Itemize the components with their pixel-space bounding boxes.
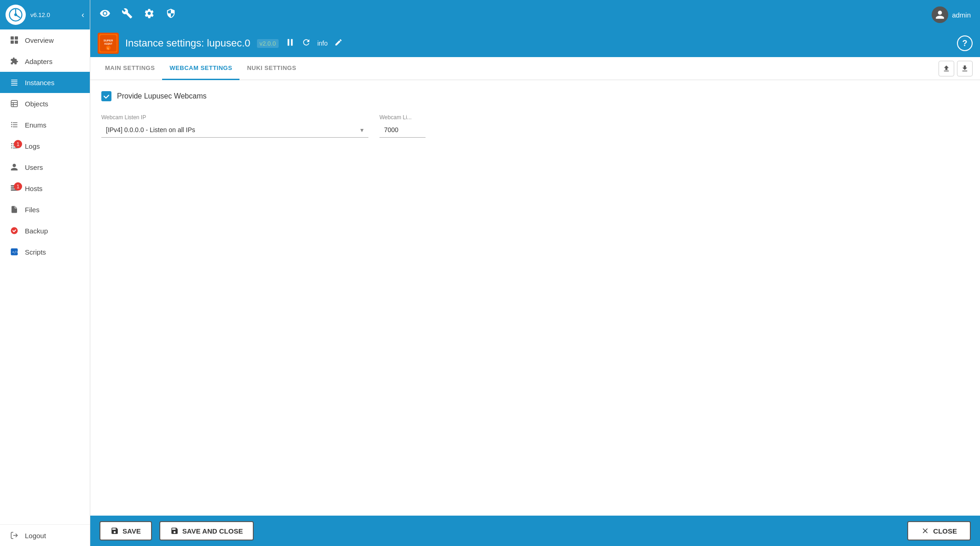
sidebar-label-instances: Instances — [25, 79, 54, 87]
sidebar-header: v6.12.0 ‹ — [0, 0, 90, 29]
sidebar-label-users: Users — [25, 163, 43, 171]
sidebar-label-adapters: Adapters — [25, 58, 52, 65]
pause-icon[interactable] — [285, 37, 295, 50]
sidebar-label-enums: Enums — [25, 121, 47, 129]
svg-rect-16 — [11, 122, 12, 123]
fields-row: Webcam Listen IP [IPv4] 0.0.0.0 - Listen… — [101, 114, 969, 138]
sidebar-item-logout[interactable]: Logout — [0, 525, 90, 546]
tab-webcam-settings[interactable]: WEBCAM SETTINGS — [162, 57, 239, 80]
listen-ip-select-wrapper: [IPv4] 0.0.0.0 - Listen on all IPs[IPv6]… — [101, 122, 368, 138]
svg-rect-41 — [291, 39, 293, 46]
svg-text:AGENT: AGENT — [104, 42, 112, 45]
svg-rect-11 — [11, 85, 18, 86]
svg-rect-26 — [11, 147, 12, 148]
scripts-icon: </> — [9, 248, 19, 256]
provide-webcams-row: Provide Lupusec Webcams — [101, 91, 969, 101]
puzzle-icon — [9, 57, 19, 65]
instance-bar: SUPER AGENT L Instance settings: lupusec… — [90, 29, 980, 57]
footer-bar: SAVE SAVE AND CLOSE CLOSE — [90, 516, 980, 546]
svg-rect-5 — [15, 36, 18, 40]
save-button[interactable]: SAVE — [99, 521, 152, 540]
sidebar-label-logout: Logout — [25, 532, 46, 540]
svg-text:</>: </> — [12, 250, 19, 254]
objects-icon — [9, 99, 19, 108]
settings-panel: Provide Lupusec Webcams Webcam Listen IP… — [90, 80, 980, 516]
backup-icon — [9, 227, 19, 235]
close-button[interactable]: CLOSE — [907, 521, 971, 540]
list-icon — [9, 78, 19, 87]
sidebar-item-files[interactable]: Files — [0, 199, 90, 220]
svg-rect-17 — [13, 122, 18, 123]
svg-rect-21 — [13, 127, 18, 128]
svg-line-3 — [16, 15, 20, 17]
sidebar-footer: Logout — [0, 524, 90, 546]
listen-ip-field: Webcam Listen IP [IPv4] 0.0.0.0 - Listen… — [101, 114, 368, 138]
sidebar-label-scripts: Scripts — [25, 248, 46, 256]
svg-rect-6 — [11, 41, 14, 44]
svg-rect-12 — [11, 100, 18, 107]
sidebar-item-overview[interactable]: Overview — [0, 29, 90, 51]
instance-icon: SUPER AGENT L — [98, 33, 119, 54]
svg-text:L: L — [107, 47, 109, 50]
hosts-badge: 1 — [14, 182, 22, 191]
listen-port-field: Webcam Li... — [379, 114, 426, 138]
edit-icon[interactable] — [334, 38, 343, 48]
tabs-row: MAIN SETTINGS WEBCAM SETTINGS NUKI SETTI… — [90, 57, 980, 80]
tab-nuki-settings[interactable]: NUKI SETTINGS — [239, 57, 303, 80]
download-button[interactable] — [957, 61, 973, 76]
app-version: v6.12.0 — [30, 12, 50, 18]
listen-port-input[interactable] — [379, 122, 426, 138]
info-button[interactable]: info — [317, 40, 328, 47]
content-area: SUPER AGENT L Instance settings: lupusec… — [90, 29, 980, 546]
topbar-user[interactable]: admin — [932, 6, 971, 23]
instance-title: Instance settings: lupusec.0 — [125, 37, 251, 49]
svg-text:SUPER: SUPER — [104, 39, 113, 42]
svg-rect-7 — [15, 41, 18, 44]
eye-icon[interactable] — [99, 8, 111, 22]
files-icon — [9, 205, 19, 214]
svg-rect-9 — [11, 81, 18, 82]
sidebar-item-users[interactable]: Users — [0, 157, 90, 178]
logs-badge: 1 — [14, 140, 22, 148]
upload-button[interactable] — [939, 61, 954, 76]
user-shield-icon[interactable] — [166, 8, 176, 22]
svg-rect-19 — [13, 124, 18, 125]
sidebar-item-logs[interactable]: Logs 1 — [0, 135, 90, 157]
sidebar-label-objects: Objects — [25, 100, 48, 108]
svg-rect-10 — [11, 83, 18, 84]
svg-rect-18 — [11, 124, 12, 125]
tab-main-settings[interactable]: MAIN SETTINGS — [98, 57, 162, 80]
svg-rect-22 — [11, 143, 12, 144]
provide-webcams-label: Provide Lupusec Webcams — [117, 92, 206, 100]
help-button[interactable]: ? — [957, 35, 973, 51]
sidebar-item-backup[interactable]: Backup — [0, 220, 90, 241]
svg-point-31 — [11, 227, 18, 234]
svg-rect-40 — [287, 39, 289, 46]
provide-webcams-checkbox[interactable] — [101, 91, 111, 101]
main-area: admin SUPER AGENT L Instance settings: l… — [90, 0, 980, 546]
sidebar-item-hosts[interactable]: Hosts 1 — [0, 178, 90, 199]
refresh-icon[interactable] — [302, 38, 311, 49]
save-close-label: SAVE AND CLOSE — [182, 527, 243, 535]
wrench-icon[interactable] — [122, 8, 133, 22]
listen-port-label: Webcam Li... — [379, 114, 426, 121]
sidebar-item-enums[interactable]: Enums — [0, 114, 90, 135]
sidebar-item-objects[interactable]: Objects — [0, 93, 90, 114]
listen-ip-select[interactable]: [IPv4] 0.0.0.0 - Listen on all IPs[IPv6]… — [101, 122, 368, 138]
topbar: admin — [90, 0, 980, 29]
save-close-button[interactable]: SAVE AND CLOSE — [159, 521, 254, 540]
sidebar-item-scripts[interactable]: </> Scripts — [0, 241, 90, 262]
svg-rect-24 — [11, 145, 12, 146]
sidebar-nav: Overview Adapters Instances Objects — [0, 29, 90, 524]
svg-rect-8 — [11, 80, 18, 81]
enums-icon — [9, 121, 19, 129]
sidebar-item-instances[interactable]: Instances — [0, 72, 90, 93]
listen-ip-label: Webcam Listen IP — [101, 114, 368, 121]
sidebar-item-adapters[interactable]: Adapters — [0, 51, 90, 72]
svg-rect-4 — [11, 36, 14, 40]
sidebar-collapse-btn[interactable]: ‹ — [82, 10, 84, 20]
sidebar-label-backup: Backup — [25, 227, 48, 235]
users-icon — [9, 163, 19, 171]
sidebar-label-hosts: Hosts — [25, 185, 42, 192]
gear-icon[interactable] — [144, 8, 155, 22]
